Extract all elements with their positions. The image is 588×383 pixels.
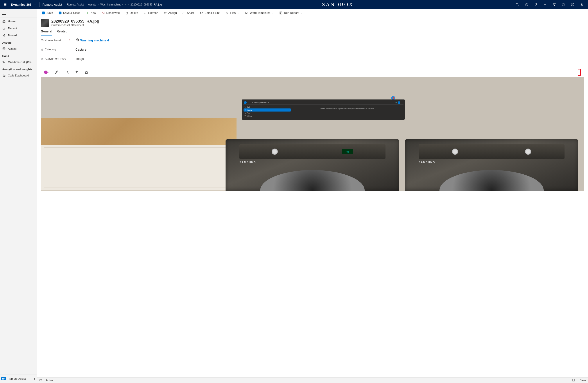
sidebar-toggle-row [0, 9, 37, 18]
chevron-right-icon: › [98, 3, 99, 6]
assign-button[interactable]: Assign [161, 10, 179, 16]
lookup-link[interactable]: Washing machine 4 [80, 38, 109, 42]
marker-tool-button[interactable]: ⌄ [55, 70, 61, 74]
svg-point-8 [573, 5, 573, 5]
svg-point-19 [164, 12, 166, 13]
sidebar-item-home[interactable]: Home [0, 18, 37, 25]
add-icon[interactable] [541, 0, 549, 9]
hamburger-icon[interactable] [2, 12, 6, 15]
holo-nav-call: 📞 Call [244, 105, 291, 108]
plus-icon [85, 11, 89, 15]
tab-general[interactable]: General [41, 29, 52, 36]
app-launcher[interactable] [2, 3, 10, 6]
svg-rect-13 [43, 13, 44, 14]
share-icon [182, 11, 186, 15]
breadcrumb-item[interactable]: Assets [88, 3, 96, 6]
breadcrumb-item[interactable]: Washing machine 4 [101, 3, 124, 6]
svg-rect-28 [85, 72, 87, 73]
run-report-button[interactable]: Run Report ⌄ [277, 10, 304, 16]
svg-rect-12 [43, 12, 44, 13]
popout-button[interactable] [578, 69, 581, 76]
share-button[interactable]: Share [180, 10, 197, 16]
cmd-label: New [90, 11, 96, 15]
appliance-brand: SAMSUNG [239, 161, 256, 164]
sidebar-group-analytics: Analytics and Insights [0, 65, 37, 72]
save-button[interactable]: Save [40, 10, 55, 16]
save-icon [42, 11, 45, 15]
deactivate-button[interactable]: Deactivate [99, 10, 122, 16]
hologram-window: ← Washing machine 4 ✎ 📷‹› 📞 Call 🔷 Asset… [242, 99, 405, 120]
footer-save-button[interactable]: Save [572, 379, 586, 382]
sidebar: Home Recent ⌄ Pinned ⌄ Assets Assets Cal… [0, 9, 37, 383]
brand-label[interactable]: Dynamics 365 [11, 3, 31, 6]
settings-icon[interactable] [559, 0, 568, 9]
report-icon [279, 11, 283, 15]
assign-icon [164, 11, 167, 15]
sidebar-label: Recent [8, 27, 17, 30]
task-icon[interactable] [522, 0, 531, 9]
record-header: 20200929_095355_RA.jpg Customer Asset At… [37, 17, 588, 27]
chevron-right-icon: › [128, 3, 129, 6]
sidebar-item-dashboard[interactable]: Calls Dashboard [0, 72, 37, 79]
area-badge: RA [1, 377, 6, 380]
help-icon[interactable] [568, 0, 577, 9]
status-state: Active [46, 379, 53, 382]
sidebar-area-switcher[interactable]: RA Remote Assist ▲▼ [0, 374, 37, 383]
delete-button[interactable]: Delete [123, 10, 140, 16]
app-name[interactable]: Remote Assist [42, 3, 62, 6]
updown-icon[interactable]: ▲▼ [34, 378, 35, 380]
cmd-label: Save & Close [63, 11, 81, 15]
holo-message: Use the buttons above to capture videos … [291, 105, 403, 118]
refresh-button[interactable]: Refresh [141, 10, 160, 16]
lock-icon [41, 57, 43, 60]
svg-point-9 [581, 3, 583, 5]
clock-icon [2, 26, 6, 30]
chevron-right-icon: › [125, 3, 126, 6]
tab-related[interactable]: Related [57, 29, 67, 36]
flow-button[interactable]: Flow ⌄ [223, 10, 242, 16]
cmd-label: Deactivate [106, 11, 120, 15]
sidebar-label: Home [8, 20, 16, 23]
sidebar-item-assets[interactable]: Assets [0, 45, 37, 52]
image-preview[interactable]: 59 SAMSUNG SAMSUNG 📌 ← Washing machine 4 [41, 77, 584, 191]
search-icon[interactable] [513, 0, 522, 9]
video-chip-icon [398, 101, 400, 104]
lightbulb-icon[interactable] [531, 0, 540, 9]
trash-icon [125, 11, 128, 15]
user-icon[interactable] [577, 0, 586, 9]
cmd-label: Assign [168, 11, 177, 15]
washer-display: 59 [342, 149, 353, 154]
undo-button[interactable] [66, 70, 70, 74]
svg-point-6 [563, 4, 564, 5]
field-label: Category [45, 48, 56, 51]
save-close-button[interactable]: Save & Close [56, 10, 83, 16]
home-icon [2, 19, 6, 23]
color-picker-button[interactable]: ⌄ [44, 71, 50, 74]
sidebar-item-one-time-call[interactable]: One-time Call (Previ… [0, 58, 37, 65]
popout-icon[interactable] [39, 379, 42, 382]
cube-icon [75, 38, 79, 42]
save-icon [572, 379, 575, 382]
image-editor: ⌄ ⌄ [41, 68, 584, 191]
sidebar-item-recent[interactable]: Recent ⌄ [0, 25, 37, 32]
avatar-icon [244, 101, 247, 104]
sidebar-item-pinned[interactable]: Pinned ⌄ [0, 32, 37, 39]
record-thumbnail [41, 19, 49, 27]
new-button[interactable]: New [83, 10, 98, 16]
crop-button[interactable] [75, 70, 79, 74]
brand-chevron-icon[interactable]: ⌄ [34, 3, 36, 6]
environment-label: SANDBOX [163, 1, 513, 7]
sidebar-label: Pinned [8, 34, 17, 37]
filter-icon[interactable] [550, 0, 559, 9]
top-nav-bar: Dynamics 365 ⌄ Remote Assist Remote Assi… [0, 0, 588, 9]
breadcrumb-item[interactable]: Remote Assist [67, 3, 84, 6]
marker-icon [55, 70, 59, 74]
cmd-label: Word Templates [250, 11, 270, 15]
svg-line-18 [103, 12, 104, 13]
word-templates-button[interactable]: Word Templates ⌄ [243, 10, 276, 16]
breadcrumb-item[interactable]: 20200929_095355_RA.jpg [130, 3, 162, 6]
email-link-button[interactable]: Email a Link [198, 10, 222, 16]
chevron-down-icon: ⌄ [33, 27, 34, 30]
content-area: Save Save & Close New Deactivate Delete … [37, 9, 588, 383]
rotate-button[interactable] [84, 70, 88, 74]
